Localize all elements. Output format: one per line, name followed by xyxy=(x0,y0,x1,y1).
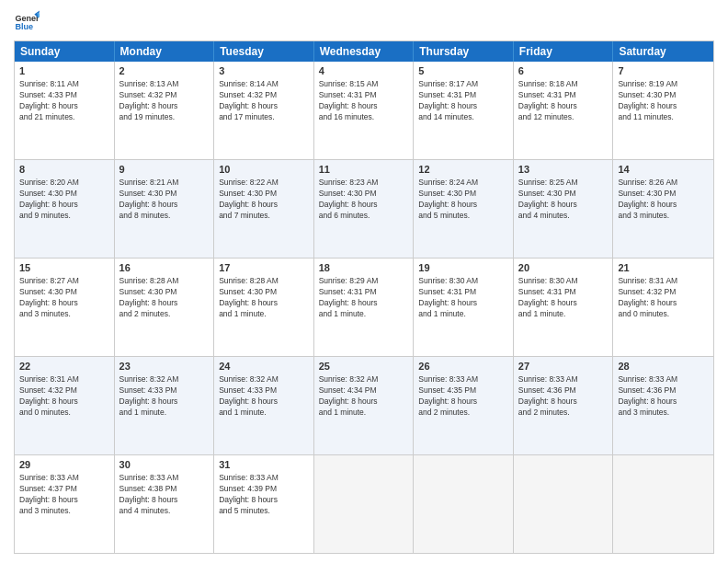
cell-info: Sunrise: 8:33 AM Sunset: 4:36 PM Dayligh… xyxy=(518,374,609,419)
calendar-cell: 14Sunrise: 8:26 AM Sunset: 4:30 PM Dayli… xyxy=(613,160,713,258)
calendar-cell: 11Sunrise: 8:23 AM Sunset: 4:30 PM Dayli… xyxy=(314,160,415,258)
calendar-cell: 21Sunrise: 8:31 AM Sunset: 4:32 PM Dayli… xyxy=(613,259,713,356)
calendar-cell: 6Sunrise: 8:18 AM Sunset: 4:31 PM Daylig… xyxy=(514,62,614,159)
cell-info: Sunrise: 8:15 AM Sunset: 4:31 PM Dayligh… xyxy=(319,79,409,123)
cell-info: Sunrise: 8:30 AM Sunset: 4:31 PM Dayligh… xyxy=(418,276,508,320)
cell-info: Sunrise: 8:11 AM Sunset: 4:33 PM Dayligh… xyxy=(19,79,109,123)
day-number: 31 xyxy=(219,458,309,472)
cell-info: Sunrise: 8:31 AM Sunset: 4:32 PM Dayligh… xyxy=(19,374,109,419)
calendar-cell: 7Sunrise: 8:19 AM Sunset: 4:30 PM Daylig… xyxy=(613,62,713,159)
calendar-cell: 13Sunrise: 8:25 AM Sunset: 4:30 PM Dayli… xyxy=(514,160,614,258)
calendar-cell xyxy=(613,455,713,553)
calendar-cell: 2Sunrise: 8:13 AM Sunset: 4:32 PM Daylig… xyxy=(115,62,215,159)
day-number: 18 xyxy=(319,261,409,275)
calendar-row-3: 22Sunrise: 8:31 AM Sunset: 4:32 PM Dayli… xyxy=(15,356,713,454)
calendar-cell xyxy=(414,455,514,553)
day-number: 14 xyxy=(618,163,709,177)
header-day-sunday: Sunday xyxy=(15,41,115,62)
page: General Blue SundayMondayTuesdayWednesda… xyxy=(0,0,728,563)
day-number: 5 xyxy=(418,64,508,78)
cell-info: Sunrise: 8:18 AM Sunset: 4:31 PM Dayligh… xyxy=(518,79,609,123)
day-number: 28 xyxy=(618,360,709,373)
cell-info: Sunrise: 8:20 AM Sunset: 4:30 PM Dayligh… xyxy=(19,178,109,222)
day-number: 17 xyxy=(219,261,309,275)
calendar-cell: 19Sunrise: 8:30 AM Sunset: 4:31 PM Dayli… xyxy=(414,259,514,356)
header-day-friday: Friday xyxy=(514,41,614,62)
calendar-cell: 1Sunrise: 8:11 AM Sunset: 4:33 PM Daylig… xyxy=(15,62,115,159)
day-number: 8 xyxy=(19,163,109,177)
cell-info: Sunrise: 8:32 AM Sunset: 4:34 PM Dayligh… xyxy=(319,374,409,419)
calendar-header: SundayMondayTuesdayWednesdayThursdayFrid… xyxy=(15,41,713,62)
calendar-cell: 15Sunrise: 8:27 AM Sunset: 4:30 PM Dayli… xyxy=(15,259,115,356)
day-number: 19 xyxy=(418,261,508,275)
day-number: 4 xyxy=(319,64,409,78)
calendar-cell: 12Sunrise: 8:24 AM Sunset: 4:30 PM Dayli… xyxy=(414,160,514,258)
logo-icon: General Blue xyxy=(14,9,40,35)
day-number: 10 xyxy=(219,163,309,177)
day-number: 20 xyxy=(518,261,609,275)
day-number: 1 xyxy=(19,64,109,78)
calendar-row-4: 29Sunrise: 8:33 AM Sunset: 4:37 PM Dayli… xyxy=(15,454,713,553)
cell-info: Sunrise: 8:29 AM Sunset: 4:31 PM Dayligh… xyxy=(319,276,409,320)
cell-info: Sunrise: 8:25 AM Sunset: 4:30 PM Dayligh… xyxy=(518,178,609,222)
calendar-cell: 27Sunrise: 8:33 AM Sunset: 4:36 PM Dayli… xyxy=(514,357,614,454)
day-number: 22 xyxy=(19,360,109,373)
cell-info: Sunrise: 8:22 AM Sunset: 4:30 PM Dayligh… xyxy=(219,178,309,222)
cell-info: Sunrise: 8:33 AM Sunset: 4:39 PM Dayligh… xyxy=(219,473,309,517)
calendar-cell: 8Sunrise: 8:20 AM Sunset: 4:30 PM Daylig… xyxy=(15,160,115,258)
header-day-thursday: Thursday xyxy=(414,41,514,62)
calendar-cell: 16Sunrise: 8:28 AM Sunset: 4:30 PM Dayli… xyxy=(115,259,215,356)
calendar-cell: 30Sunrise: 8:33 AM Sunset: 4:38 PM Dayli… xyxy=(115,455,215,553)
calendar-cell: 29Sunrise: 8:33 AM Sunset: 4:37 PM Dayli… xyxy=(15,455,115,553)
calendar-cell: 22Sunrise: 8:31 AM Sunset: 4:32 PM Dayli… xyxy=(15,357,115,454)
calendar-cell: 31Sunrise: 8:33 AM Sunset: 4:39 PM Dayli… xyxy=(214,455,314,553)
calendar-cell: 17Sunrise: 8:28 AM Sunset: 4:30 PM Dayli… xyxy=(214,259,314,356)
calendar: SundayMondayTuesdayWednesdayThursdayFrid… xyxy=(14,40,714,554)
cell-info: Sunrise: 8:28 AM Sunset: 4:30 PM Dayligh… xyxy=(219,276,309,320)
calendar-row-2: 15Sunrise: 8:27 AM Sunset: 4:30 PM Dayli… xyxy=(15,258,713,356)
day-number: 16 xyxy=(119,261,210,275)
day-number: 26 xyxy=(418,360,508,373)
calendar-cell xyxy=(514,455,614,553)
cell-info: Sunrise: 8:32 AM Sunset: 4:33 PM Dayligh… xyxy=(219,374,309,419)
cell-info: Sunrise: 8:19 AM Sunset: 4:30 PM Dayligh… xyxy=(618,79,709,123)
day-number: 7 xyxy=(618,64,709,78)
cell-info: Sunrise: 8:27 AM Sunset: 4:30 PM Dayligh… xyxy=(19,276,109,320)
cell-info: Sunrise: 8:33 AM Sunset: 4:36 PM Dayligh… xyxy=(618,374,709,419)
cell-info: Sunrise: 8:33 AM Sunset: 4:35 PM Dayligh… xyxy=(418,374,508,419)
calendar-cell: 9Sunrise: 8:21 AM Sunset: 4:30 PM Daylig… xyxy=(115,160,215,258)
calendar-cell: 3Sunrise: 8:14 AM Sunset: 4:32 PM Daylig… xyxy=(214,62,314,159)
cell-info: Sunrise: 8:14 AM Sunset: 4:32 PM Dayligh… xyxy=(219,79,309,123)
day-number: 24 xyxy=(219,360,309,373)
calendar-cell: 4Sunrise: 8:15 AM Sunset: 4:31 PM Daylig… xyxy=(314,62,415,159)
calendar-cell: 26Sunrise: 8:33 AM Sunset: 4:35 PM Dayli… xyxy=(414,357,514,454)
calendar-cell: 10Sunrise: 8:22 AM Sunset: 4:30 PM Dayli… xyxy=(214,160,314,258)
day-number: 6 xyxy=(518,64,609,78)
day-number: 11 xyxy=(319,163,409,177)
day-number: 25 xyxy=(319,360,409,373)
cell-info: Sunrise: 8:31 AM Sunset: 4:32 PM Dayligh… xyxy=(618,276,709,320)
day-number: 13 xyxy=(518,163,609,177)
cell-info: Sunrise: 8:23 AM Sunset: 4:30 PM Dayligh… xyxy=(319,178,409,222)
calendar-row-0: 1Sunrise: 8:11 AM Sunset: 4:33 PM Daylig… xyxy=(15,62,713,159)
header-day-monday: Monday xyxy=(115,41,215,62)
day-number: 12 xyxy=(418,163,508,177)
day-number: 2 xyxy=(119,64,210,78)
calendar-cell xyxy=(314,455,415,553)
cell-info: Sunrise: 8:26 AM Sunset: 4:30 PM Dayligh… xyxy=(618,178,709,222)
day-number: 9 xyxy=(119,163,210,177)
calendar-row-1: 8Sunrise: 8:20 AM Sunset: 4:30 PM Daylig… xyxy=(15,159,713,258)
header-day-wednesday: Wednesday xyxy=(314,41,415,62)
calendar-cell: 18Sunrise: 8:29 AM Sunset: 4:31 PM Dayli… xyxy=(314,259,415,356)
cell-info: Sunrise: 8:32 AM Sunset: 4:33 PM Dayligh… xyxy=(119,374,210,419)
calendar-body: 1Sunrise: 8:11 AM Sunset: 4:33 PM Daylig… xyxy=(15,62,713,553)
day-number: 30 xyxy=(119,458,210,472)
header-day-saturday: Saturday xyxy=(613,41,713,62)
cell-info: Sunrise: 8:13 AM Sunset: 4:32 PM Dayligh… xyxy=(119,79,210,123)
cell-info: Sunrise: 8:24 AM Sunset: 4:30 PM Dayligh… xyxy=(418,178,508,222)
cell-info: Sunrise: 8:33 AM Sunset: 4:38 PM Dayligh… xyxy=(119,473,210,517)
cell-info: Sunrise: 8:33 AM Sunset: 4:37 PM Dayligh… xyxy=(19,473,109,517)
calendar-cell: 20Sunrise: 8:30 AM Sunset: 4:31 PM Dayli… xyxy=(514,259,614,356)
cell-info: Sunrise: 8:30 AM Sunset: 4:31 PM Dayligh… xyxy=(518,276,609,320)
day-number: 15 xyxy=(19,261,109,275)
